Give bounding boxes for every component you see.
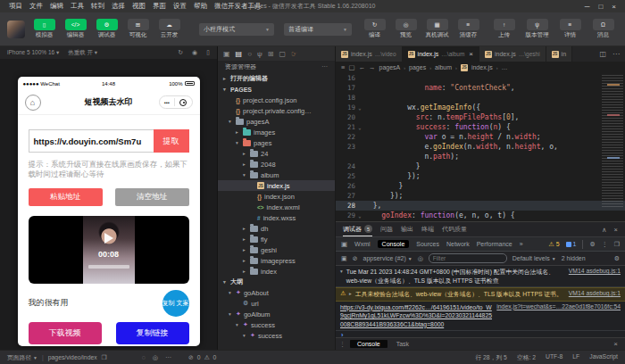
eol[interactable]: LF <box>572 353 579 362</box>
rotate-icon[interactable]: ↻ <box>178 49 183 56</box>
breadcrumb-item[interactable]: album <box>435 64 452 70</box>
paste-address-button[interactable]: 粘贴地址 <box>29 188 103 206</box>
menu-item[interactable]: 编辑 <box>46 2 67 11</box>
code-editor[interactable]: 16 17 name: "ContentCheck",18 19⌄ wx.get… <box>336 73 625 221</box>
open-editors-section[interactable]: ▸打开的编辑器 <box>218 73 335 84</box>
cloud-dev-button[interactable]: ☁云开发 <box>154 19 184 39</box>
breadcrumb-item[interactable]: index.js <box>471 64 493 70</box>
tree-item[interactable]: #index.wxss <box>218 212 335 223</box>
editor-button[interactable]: </>编辑器 <box>61 19 90 39</box>
devtools-tab[interactable]: Network <box>446 241 470 247</box>
console-settings-icon[interactable]: ⚙ <box>614 255 620 262</box>
source-link[interactable]: VM14 asdebug.js:1 <box>569 268 621 274</box>
menu-item[interactable]: 视图 <box>129 2 149 11</box>
tree-item[interactable]: ▸24 <box>218 148 335 159</box>
clear-console-icon[interactable]: ⊘ <box>353 255 358 262</box>
editor-tab[interactable]: JSindex.js…\album× <box>403 46 479 62</box>
panel-tab[interactable]: Task <box>389 340 416 348</box>
code-line[interactable]: 25 }); <box>336 171 625 181</box>
debugger-tab[interactable]: 输出 <box>401 222 413 236</box>
dock-side-icon[interactable]: ❐ <box>614 241 620 248</box>
copy-link-button[interactable]: 复制链接 <box>116 322 189 344</box>
maximize-button[interactable]: □ <box>598 3 603 11</box>
menu-item[interactable]: 界面 <box>149 2 170 11</box>
page-path-value[interactable]: pages/video/index <box>48 354 97 360</box>
tree-item[interactable]: ▸dh <box>218 223 335 234</box>
search-icon[interactable]: ○ <box>247 50 252 58</box>
close-panel-icon[interactable]: × <box>613 340 621 348</box>
code-line[interactable]: 19⌄ wx.getImageInfo({ <box>336 103 625 112</box>
menu-item[interactable]: 文件 <box>26 2 46 11</box>
clear-cache-button[interactable]: ≡清缓存 <box>454 19 483 39</box>
problems-counter[interactable]: ⊘0 ⚠0 <box>188 354 216 361</box>
simulator-button[interactable]: ▯模拟器 <box>29 19 59 39</box>
kebab-menu-icon[interactable]: ⋮ <box>602 241 608 248</box>
expand-icon[interactable]: ▾ <box>340 269 343 274</box>
play-icon[interactable] <box>104 233 113 244</box>
code-line[interactable]: 16 <box>336 73 625 83</box>
tree-item[interactable]: ▸2048 <box>218 159 335 170</box>
code-line[interactable]: 28 }, <box>336 201 625 211</box>
encoding[interactable]: UTF-8 <box>546 353 562 362</box>
code-line[interactable]: 20 src: n.tempFilePaths[0], <box>336 112 625 122</box>
code-line[interactable]: 23 e.goIndex(n.width, n.height, o, <box>336 142 625 152</box>
more-tabs-icon[interactable]: ⋯ <box>612 50 620 58</box>
more-actions-icon[interactable]: ⋯ <box>321 63 328 70</box>
code-line[interactable]: 18 <box>336 93 625 103</box>
preview-eye-icon[interactable]: ◎ <box>153 354 158 361</box>
tree-item[interactable]: {}index.json <box>218 191 335 202</box>
editor-tab[interactable]: JSin <box>546 46 572 62</box>
close-button[interactable]: × <box>612 3 616 11</box>
page-path-select[interactable]: 页面路径 ▼ <box>7 353 38 362</box>
code-line[interactable]: 29⌄ goIndex: function(e, n, o, t) { <box>336 211 625 220</box>
tree-item[interactable]: ▾album <box>218 170 335 180</box>
code-line[interactable]: 27 }); <box>336 191 625 201</box>
bookmark-icon[interactable]: ▢ <box>348 63 354 71</box>
editor-tab[interactable]: JSindex.js…\video <box>336 46 403 62</box>
minimap[interactable] <box>602 75 623 209</box>
breadcrumb-item[interactable]: pages <box>409 64 426 70</box>
language-mode[interactable]: JavaScript <box>589 353 618 362</box>
console-message[interactable]: ⚠▸工具未校验合法域名、web-view（业务域名）、TLS 版本以及 HTTP… <box>336 287 625 302</box>
tree-item[interactable]: ▸fly <box>218 234 335 244</box>
cursor-position[interactable]: 行 28，列 5 <box>475 353 507 362</box>
menu-item[interactable]: 项目 <box>5 2 26 11</box>
outline-item[interactable]: ▾✦goAbout <box>218 287 335 298</box>
console-issues-chip[interactable]: 1 <box>566 241 577 247</box>
breadcrumb-item[interactable]: … <box>502 64 508 70</box>
fold-icon[interactable]: ⌄ <box>355 213 364 219</box>
panel-tab[interactable]: Console <box>350 340 388 348</box>
collapse-panel-icon[interactable]: ∧ <box>602 226 607 234</box>
split-editor-icon[interactable]: ◫ <box>599 50 606 58</box>
devtools-settings-icon[interactable]: ⚙ <box>589 241 595 248</box>
tree-item[interactable]: ▸imagepress <box>218 255 335 266</box>
code-line[interactable]: 22 var o = n.height / n.width; <box>336 132 625 142</box>
back-icon[interactable]: ← <box>358 63 365 71</box>
close-panel-icon[interactable]: × <box>614 226 618 234</box>
panel-layout-icon[interactable]: ▣ <box>223 50 230 58</box>
menu-item[interactable]: 工具 <box>67 2 88 11</box>
outline-item[interactable]: ▾✦success <box>218 330 335 341</box>
video-player[interactable]: 00:08 <box>29 216 189 284</box>
device-debug-button[interactable]: ▦真机调试 <box>422 19 452 39</box>
outline-section[interactable]: ▾大纲 <box>218 277 335 287</box>
clear-address-button[interactable]: 清空地址 <box>115 188 189 206</box>
devtools-tab[interactable]: Console <box>378 240 410 248</box>
tree-item[interactable]: <>index.wxml <box>218 202 335 212</box>
record-icon[interactable]: ◉ <box>192 49 197 56</box>
capsule-menu[interactable]: ••• <box>159 95 193 109</box>
user-avatar[interactable] <box>7 21 25 38</box>
mode-select[interactable]: 小程序模式▼ <box>199 23 274 36</box>
indent-setting[interactable]: 空格: 2 <box>517 353 536 362</box>
eye-icon[interactable]: ◎ <box>418 255 423 262</box>
device-frame-icon[interactable]: ▯ <box>206 49 210 56</box>
debugger-tab[interactable]: 问题 <box>380 222 393 236</box>
debugger-tab[interactable]: 终端 <box>421 222 434 236</box>
extract-button[interactable]: 提取 <box>154 129 189 153</box>
download-video-button[interactable]: 下载视频 <box>29 322 102 344</box>
source-link[interactable]: VM14 asdebug.js:1 <box>569 290 621 296</box>
compile-button[interactable]: ↻编译 <box>360 19 389 39</box>
console-message[interactable]: https://v3-dy.ixigua.com/ff2262c…/641961… <box>336 302 625 332</box>
minimize-button[interactable]: ─ <box>585 3 590 11</box>
devtools-tab[interactable]: Wxml <box>354 241 371 247</box>
